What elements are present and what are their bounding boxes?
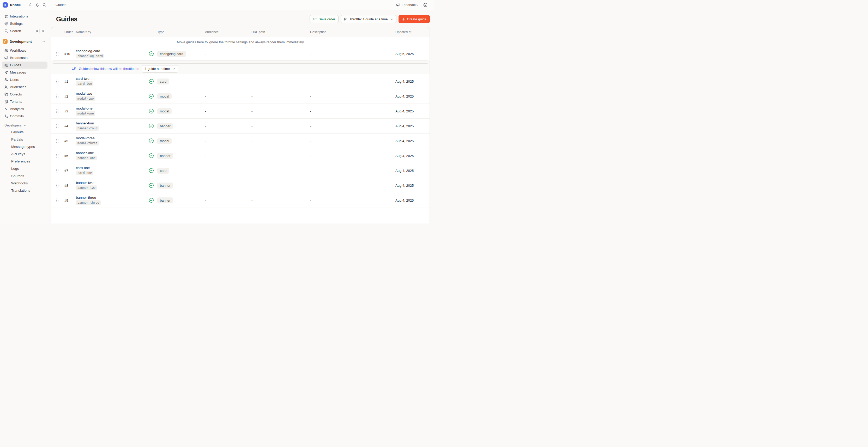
- guide-description: -: [310, 52, 395, 56]
- notifications-bell-icon[interactable]: [35, 3, 39, 7]
- main-content: Guides Save order Throttle: 1 guide at a…: [49, 10, 434, 224]
- sidebar-item-users[interactable]: Users: [2, 76, 48, 83]
- guide-row[interactable]: #10 changelog-card changelog-card change…: [51, 47, 430, 61]
- throttle-amount-select[interactable]: 1 guide at a time: [142, 65, 178, 72]
- sidebar-item-label: Tenants: [10, 100, 22, 103]
- guide-description: -: [310, 109, 395, 113]
- drag-handle[interactable]: [51, 139, 61, 143]
- workspace-switcher-icon[interactable]: [28, 3, 32, 7]
- sidebar-item-guides[interactable]: Guides: [2, 62, 48, 69]
- guide-row[interactable]: #4 banner-four banner-four banner - - - …: [51, 119, 430, 133]
- developers-label: Developers: [4, 123, 22, 127]
- guide-row[interactable]: #5 modal-three modal-three modal - - - A…: [51, 133, 430, 149]
- guide-url-path: -: [251, 198, 310, 202]
- drag-handle[interactable]: [51, 168, 61, 173]
- guide-url-path: -: [251, 139, 310, 143]
- feedback-button[interactable]: Feedback?: [396, 3, 418, 7]
- sidebar-subitem[interactable]: Layouts: [7, 128, 49, 136]
- guide-key-badge: banner-one: [76, 156, 97, 160]
- sidebar-item-label: Integrations: [10, 14, 28, 18]
- guide-row[interactable]: #6 banner-one banner-one banner - - - Au…: [51, 149, 430, 163]
- status-active-check-icon: [149, 138, 154, 143]
- sidebar-subitem[interactable]: Preferences: [7, 158, 49, 165]
- environment-switcher[interactable]: Development: [2, 37, 48, 45]
- sidebar-subitem[interactable]: Message types: [7, 143, 49, 150]
- guide-order: #6: [61, 154, 74, 158]
- guide-updated-at: Aug 4, 2025: [395, 139, 430, 143]
- drag-handle[interactable]: [51, 124, 61, 128]
- sidebar-subitem-label: Partials: [11, 137, 23, 141]
- guide-key-badge: card-one: [76, 170, 93, 175]
- users-icon: [4, 78, 8, 82]
- guide-description: -: [310, 79, 395, 84]
- developers-section-toggle[interactable]: Developers: [4, 123, 48, 127]
- sidebar-subitem[interactable]: Partials: [7, 136, 49, 143]
- sidebar-item-analytics[interactable]: Analytics: [2, 105, 48, 113]
- status-active-check-icon: [149, 153, 154, 158]
- layers-icon: [4, 49, 8, 53]
- app-window: k Knock Guides Feedback?: [0, 0, 434, 224]
- guide-row[interactable]: #2 modal-two modal-two modal - - - Aug 4…: [51, 89, 430, 104]
- guide-description: -: [310, 154, 395, 158]
- create-guide-button[interactable]: Create guide: [399, 15, 430, 23]
- status-active-check-icon: [149, 79, 154, 84]
- guide-description: -: [310, 139, 395, 143]
- sidebar-item-messages[interactable]: Messages: [2, 69, 48, 76]
- sidebar-subitem[interactable]: Translations: [7, 187, 49, 194]
- drag-handle[interactable]: [51, 94, 61, 99]
- guide-type-badge: banner: [157, 153, 173, 159]
- guide-row[interactable]: #7 card-one card-one card - - - Aug 4, 2…: [51, 163, 430, 178]
- chevron-down-icon: [23, 124, 26, 127]
- guide-key-badge: banner-two: [76, 185, 97, 190]
- sidebar-item-commits[interactable]: Commits: [2, 113, 48, 120]
- guide-name: banner-three: [76, 196, 148, 199]
- sidebar-item-label: Commits: [10, 114, 24, 118]
- sidebar-item-label: Guides: [10, 63, 21, 67]
- guide-row[interactable]: #3 modal-one modal-one modal - - - Aug 4…: [51, 104, 430, 119]
- guide-audience: -: [205, 139, 251, 143]
- sidebar-item-integrations[interactable]: Integrations: [2, 13, 48, 20]
- throttled-zone: Guides below this row will be throttled …: [51, 63, 430, 224]
- page-header: Guides Save order Throttle: 1 guide at a…: [49, 10, 434, 27]
- sidebar-item-label: Broadcasts: [10, 56, 28, 60]
- guides-table: Order Name/Key Type Audience URL path De…: [51, 27, 430, 224]
- guide-url-path: -: [251, 184, 310, 188]
- column-header-type: Type: [148, 30, 205, 34]
- guide-url-path: -: [251, 124, 310, 128]
- guide-row[interactable]: #9 banner-three banner-three banner - - …: [51, 193, 430, 208]
- guide-row[interactable]: #1 card-two card-two card - - - Aug 4, 2…: [51, 74, 430, 89]
- sidebar-subitem[interactable]: Sources: [7, 172, 49, 180]
- guide-order: #2: [61, 94, 74, 98]
- drag-handle[interactable]: [51, 198, 61, 203]
- sidebar-subitem[interactable]: Logs: [7, 165, 49, 172]
- save-order-button[interactable]: Save order: [310, 15, 339, 23]
- sidebar-subitem-label: Translations: [11, 189, 30, 192]
- drag-handle[interactable]: [51, 154, 61, 158]
- zone-gap: [51, 61, 430, 63]
- guide-name: banner-two: [76, 181, 148, 185]
- guide-row[interactable]: #8 banner-two banner-two banner - - - Au…: [51, 178, 430, 193]
- drag-handle[interactable]: [51, 79, 61, 84]
- guide-description: -: [310, 184, 395, 188]
- sidebar-item-workflows[interactable]: Workflows: [2, 47, 48, 54]
- sidebar-item-settings[interactable]: Settings: [2, 20, 48, 27]
- search-icon[interactable]: [42, 3, 46, 7]
- developers-subnav: Layouts Partials Message types API keys …: [7, 128, 49, 195]
- sidebar-item-search[interactable]: Search ⌘ K: [2, 27, 48, 34]
- guide-order: #3: [61, 109, 74, 113]
- breadcrumb[interactable]: Guides: [56, 3, 66, 7]
- user-avatar-icon[interactable]: [423, 3, 428, 7]
- sidebar-subitem[interactable]: API keys: [7, 150, 49, 158]
- sidebar-item-audiences[interactable]: Audiences: [2, 84, 48, 91]
- guide-key-badge: changelog-card: [76, 54, 104, 58]
- sidebar-item-broadcasts[interactable]: Broadcasts: [2, 54, 48, 61]
- throttle-dropdown-button[interactable]: Throttle: 1 guide at a time: [341, 15, 396, 23]
- drag-handle[interactable]: [51, 52, 61, 56]
- sidebar-item-objects[interactable]: Objects: [2, 91, 48, 98]
- drag-handle[interactable]: [51, 109, 61, 114]
- drag-handle[interactable]: [51, 183, 61, 188]
- sidebar-subitem[interactable]: Webhooks: [7, 180, 49, 187]
- sidebar-item-tenants[interactable]: Tenants: [2, 98, 48, 105]
- guide-key-badge: banner-three: [76, 200, 101, 205]
- plus-icon: [402, 18, 405, 21]
